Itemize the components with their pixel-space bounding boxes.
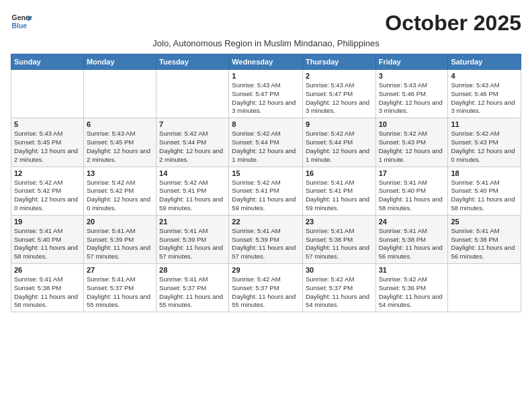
day-cell: 4Sunrise: 5:43 AM Sunset: 5:46 PM Daylig… (448, 70, 521, 118)
day-info: Sunrise: 5:41 AM Sunset: 5:41 PM Dayligh… (306, 179, 373, 213)
day-cell: 18Sunrise: 5:41 AM Sunset: 5:40 PM Dayli… (448, 167, 521, 215)
subtitle: Jolo, Autonomous Region in Muslim Mindan… (11, 38, 521, 48)
day-info: Sunrise: 5:42 AM Sunset: 5:43 PM Dayligh… (451, 130, 518, 164)
day-number: 14 (159, 169, 226, 177)
day-number: 8 (232, 120, 300, 128)
day-number: 20 (87, 218, 153, 226)
day-header-wednesday: Wednesday (229, 54, 303, 70)
day-number: 9 (306, 120, 373, 128)
day-info: Sunrise: 5:43 AM Sunset: 5:46 PM Dayligh… (379, 81, 445, 116)
day-number: 21 (159, 218, 226, 226)
day-cell: 2Sunrise: 5:43 AM Sunset: 5:47 PM Daylig… (302, 70, 375, 118)
day-info: Sunrise: 5:42 AM Sunset: 5:44 PM Dayligh… (306, 130, 373, 164)
day-info: Sunrise: 5:42 AM Sunset: 5:43 PM Dayligh… (379, 130, 445, 164)
day-number: 13 (87, 169, 153, 177)
day-info: Sunrise: 5:41 AM Sunset: 5:40 PM Dayligh… (379, 179, 445, 213)
day-header-thursday: Thursday (302, 54, 375, 70)
day-cell: 31Sunrise: 5:42 AM Sunset: 5:36 PM Dayli… (375, 264, 448, 312)
day-cell: 3Sunrise: 5:43 AM Sunset: 5:46 PM Daylig… (375, 70, 448, 118)
day-info: Sunrise: 5:42 AM Sunset: 5:42 PM Dayligh… (14, 179, 81, 213)
day-number: 30 (306, 266, 373, 274)
day-cell: 20Sunrise: 5:41 AM Sunset: 5:39 PM Dayli… (83, 215, 156, 263)
day-info: Sunrise: 5:43 AM Sunset: 5:47 PM Dayligh… (232, 81, 300, 116)
day-number: 16 (306, 169, 373, 177)
day-cell: 19Sunrise: 5:41 AM Sunset: 5:40 PM Dayli… (11, 215, 84, 263)
day-cell: 16Sunrise: 5:41 AM Sunset: 5:41 PM Dayli… (302, 167, 375, 215)
day-cell: 17Sunrise: 5:41 AM Sunset: 5:40 PM Dayli… (375, 167, 448, 215)
day-number: 22 (232, 218, 300, 226)
day-number: 28 (159, 266, 226, 274)
day-info: Sunrise: 5:41 AM Sunset: 5:40 PM Dayligh… (451, 179, 518, 213)
day-info: Sunrise: 5:42 AM Sunset: 5:37 PM Dayligh… (306, 275, 373, 310)
calendar-table: SundayMondayTuesdayWednesdayThursdayFrid… (11, 54, 521, 312)
day-cell: 7Sunrise: 5:42 AM Sunset: 5:44 PM Daylig… (157, 118, 229, 167)
day-cell: 12Sunrise: 5:42 AM Sunset: 5:42 PM Dayli… (11, 167, 84, 215)
week-row-5: 26Sunrise: 5:41 AM Sunset: 5:38 PM Dayli… (11, 264, 521, 312)
day-info: Sunrise: 5:41 AM Sunset: 5:39 PM Dayligh… (159, 227, 226, 261)
day-info: Sunrise: 5:41 AM Sunset: 5:38 PM Dayligh… (14, 275, 81, 310)
day-cell: 1Sunrise: 5:43 AM Sunset: 5:47 PM Daylig… (229, 70, 303, 118)
day-number: 29 (232, 266, 300, 274)
day-number: 5 (14, 120, 81, 128)
day-cell: 15Sunrise: 5:42 AM Sunset: 5:41 PM Dayli… (229, 167, 303, 215)
month-title: October 2025 (385, 11, 521, 36)
day-number: 25 (451, 218, 518, 226)
day-cell: 28Sunrise: 5:41 AM Sunset: 5:37 PM Dayli… (157, 264, 229, 312)
day-number: 18 (451, 169, 518, 177)
day-number: 17 (379, 169, 445, 177)
calendar-header-row: SundayMondayTuesdayWednesdayThursdayFrid… (11, 54, 521, 70)
svg-text:Blue: Blue (12, 22, 28, 30)
day-number: 27 (87, 266, 153, 274)
day-info: Sunrise: 5:42 AM Sunset: 5:36 PM Dayligh… (379, 275, 445, 310)
day-info: Sunrise: 5:42 AM Sunset: 5:37 PM Dayligh… (232, 275, 300, 310)
logo: General Blue (11, 11, 32, 32)
day-cell: 9Sunrise: 5:42 AM Sunset: 5:44 PM Daylig… (302, 118, 375, 167)
day-cell (157, 70, 229, 118)
day-cell: 5Sunrise: 5:43 AM Sunset: 5:45 PM Daylig… (11, 118, 84, 167)
day-info: Sunrise: 5:41 AM Sunset: 5:39 PM Dayligh… (87, 227, 153, 261)
day-info: Sunrise: 5:42 AM Sunset: 5:41 PM Dayligh… (232, 179, 300, 213)
day-header-saturday: Saturday (448, 54, 521, 70)
day-number: 1 (232, 72, 300, 80)
day-cell: 13Sunrise: 5:42 AM Sunset: 5:42 PM Dayli… (83, 167, 156, 215)
day-info: Sunrise: 5:43 AM Sunset: 5:45 PM Dayligh… (14, 130, 81, 164)
day-info: Sunrise: 5:41 AM Sunset: 5:37 PM Dayligh… (159, 275, 226, 310)
day-cell: 30Sunrise: 5:42 AM Sunset: 5:37 PM Dayli… (302, 264, 375, 312)
day-cell: 23Sunrise: 5:41 AM Sunset: 5:38 PM Dayli… (302, 215, 375, 263)
day-info: Sunrise: 5:43 AM Sunset: 5:47 PM Dayligh… (306, 81, 373, 116)
day-cell: 29Sunrise: 5:42 AM Sunset: 5:37 PM Dayli… (229, 264, 303, 312)
day-number: 6 (87, 120, 153, 128)
day-cell: 11Sunrise: 5:42 AM Sunset: 5:43 PM Dayli… (448, 118, 521, 167)
day-number: 11 (451, 120, 518, 128)
calendar-body: 1Sunrise: 5:43 AM Sunset: 5:47 PM Daylig… (11, 70, 521, 312)
day-cell: 25Sunrise: 5:41 AM Sunset: 5:38 PM Dayli… (448, 215, 521, 263)
day-cell: 24Sunrise: 5:41 AM Sunset: 5:38 PM Dayli… (375, 215, 448, 263)
logo-icon: General Blue (11, 11, 32, 32)
day-cell (448, 264, 521, 312)
day-header-friday: Friday (375, 54, 448, 70)
week-row-4: 19Sunrise: 5:41 AM Sunset: 5:40 PM Dayli… (11, 215, 521, 263)
day-info: Sunrise: 5:42 AM Sunset: 5:44 PM Dayligh… (159, 130, 226, 164)
day-cell: 27Sunrise: 5:41 AM Sunset: 5:37 PM Dayli… (83, 264, 156, 312)
day-info: Sunrise: 5:42 AM Sunset: 5:44 PM Dayligh… (232, 130, 300, 164)
day-number: 23 (306, 218, 373, 226)
day-number: 19 (14, 218, 81, 226)
day-info: Sunrise: 5:41 AM Sunset: 5:38 PM Dayligh… (379, 227, 445, 261)
day-number: 7 (159, 120, 226, 128)
day-cell: 22Sunrise: 5:41 AM Sunset: 5:39 PM Dayli… (229, 215, 303, 263)
day-number: 3 (379, 72, 445, 80)
page-header: General Blue October 2025 (11, 11, 521, 36)
week-row-2: 5Sunrise: 5:43 AM Sunset: 5:45 PM Daylig… (11, 118, 521, 167)
day-info: Sunrise: 5:41 AM Sunset: 5:39 PM Dayligh… (232, 227, 300, 261)
day-number: 10 (379, 120, 445, 128)
week-row-3: 12Sunrise: 5:42 AM Sunset: 5:42 PM Dayli… (11, 167, 521, 215)
day-number: 26 (14, 266, 81, 274)
day-number: 2 (306, 72, 373, 80)
day-number: 15 (232, 169, 300, 177)
day-info: Sunrise: 5:43 AM Sunset: 5:45 PM Dayligh… (87, 130, 153, 164)
day-info: Sunrise: 5:42 AM Sunset: 5:41 PM Dayligh… (159, 179, 226, 213)
week-row-1: 1Sunrise: 5:43 AM Sunset: 5:47 PM Daylig… (11, 70, 521, 118)
day-number: 4 (451, 72, 518, 80)
day-info: Sunrise: 5:41 AM Sunset: 5:40 PM Dayligh… (14, 227, 81, 261)
day-cell: 14Sunrise: 5:42 AM Sunset: 5:41 PM Dayli… (157, 167, 229, 215)
